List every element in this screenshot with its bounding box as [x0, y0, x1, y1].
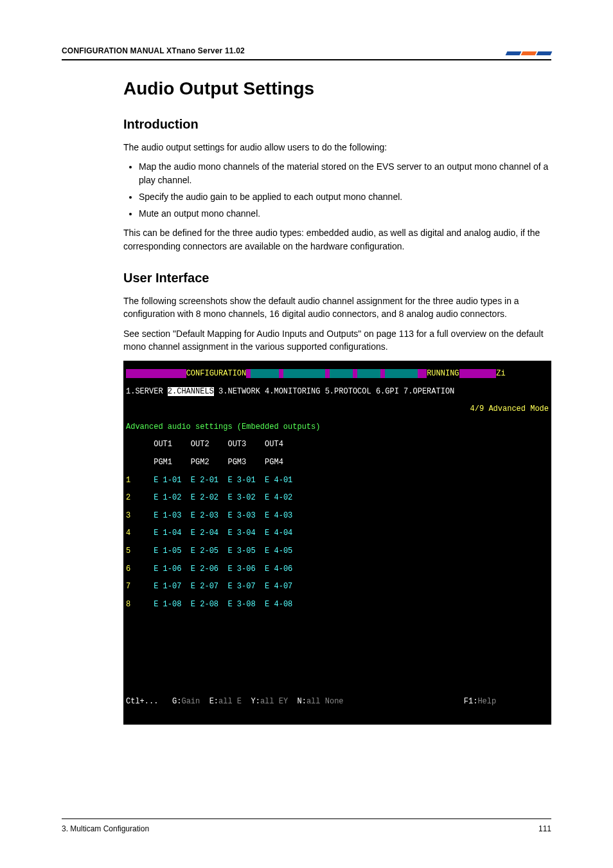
footer-page: 111: [538, 824, 551, 833]
term-zi: Zi: [496, 369, 505, 378]
term-tab-4: 4.MONITORING: [265, 387, 320, 396]
page-title: Audio Output Settings: [123, 78, 551, 99]
term-tab-1: 1.SERVER: [126, 387, 163, 396]
intro-note: This can be defined for the three audio …: [123, 226, 551, 253]
term-mode: 4/9 Advanced Mode: [470, 404, 549, 413]
logo-bar-orange: [521, 51, 537, 55]
term-tab-2: 2.CHANNELS: [168, 387, 214, 396]
term-section-title: Advanced audio settings (Embedded output…: [126, 422, 320, 431]
term-field-3: [330, 369, 353, 378]
term-running: RUNNING: [427, 369, 459, 378]
logo-bar-blue-1: [506, 51, 522, 55]
evs-logo: [505, 51, 551, 55]
term-tab-6: 6.GPI: [376, 387, 399, 396]
footer-section: 3. Multicam Configuration: [62, 824, 149, 833]
ui-heading: User Interface: [123, 271, 551, 285]
doc-header: CONFIGURATION MANUAL XTnano Server 11.02: [62, 46, 245, 55]
intro-item-3: Mute an output mono channel.: [139, 207, 551, 220]
term-field-4: [357, 369, 380, 378]
term-field-2: [283, 369, 325, 378]
intro-list: Map the audio mono channels of the mater…: [123, 160, 551, 220]
intro-heading: Introduction: [123, 117, 551, 132]
term-col-hdr: [126, 440, 154, 449]
term-field-1: [251, 369, 278, 378]
ui-p1: The following screenshots show the defau…: [123, 294, 551, 321]
intro-lead: The audio output settings for audio allo…: [123, 141, 551, 154]
intro-item-2: Specify the audio gain to be applied to …: [139, 190, 551, 203]
term-field-5: [385, 369, 417, 378]
term-footer-ctl: Ctl+...: [126, 697, 158, 706]
ui-p2: See section "Default Mapping for Audio I…: [123, 327, 551, 354]
term-config-label: CONFIGURATION: [186, 369, 247, 378]
term-tab-7: 7.OPERATION: [404, 387, 454, 396]
term-tab-5: 5.PROTOCOL: [325, 387, 371, 396]
terminal-screenshot: CONFIGURATION RUNNING Zi 1.SERVER 2.CHAN…: [123, 361, 551, 724]
term-tab-3: 3.NETWORK: [218, 387, 260, 396]
intro-item-1: Map the audio mono channels of the mater…: [139, 160, 551, 186]
logo-bar-blue-2: [537, 51, 553, 55]
